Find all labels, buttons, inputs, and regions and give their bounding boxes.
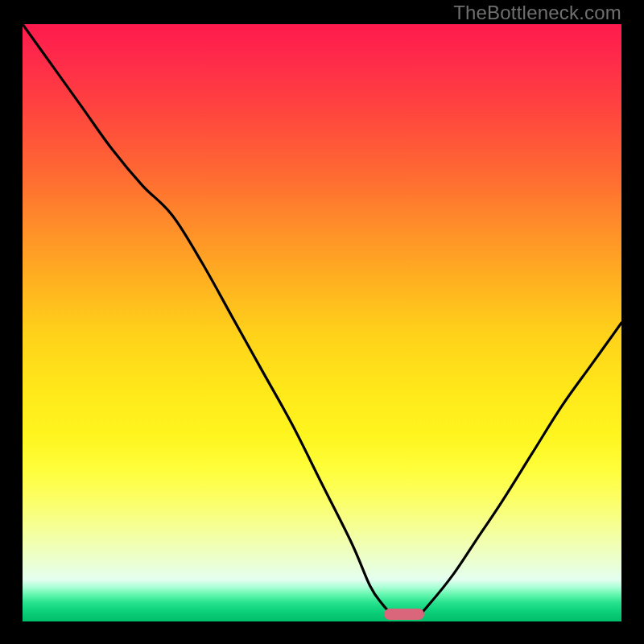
bottleneck-curve bbox=[23, 24, 621, 621]
chart-stage: TheBottleneck.com bbox=[0, 0, 644, 644]
bottleneck-marker bbox=[384, 609, 424, 620]
plot-area bbox=[23, 24, 621, 621]
watermark-text: TheBottleneck.com bbox=[453, 2, 621, 24]
